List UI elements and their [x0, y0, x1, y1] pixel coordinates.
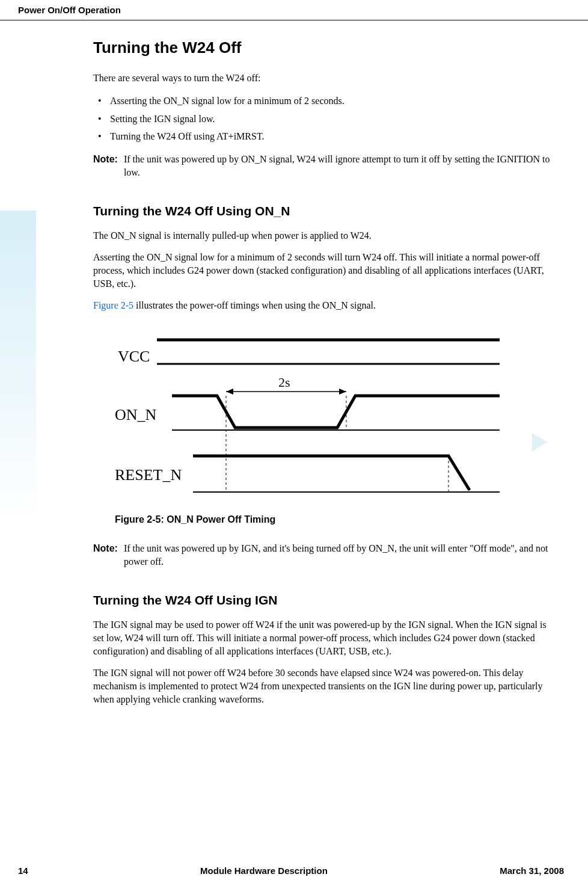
- para-ign-1: The IGN signal may be used to power off …: [93, 618, 552, 658]
- para-onn-1: The ON_N signal is internally pulled-up …: [93, 229, 552, 242]
- list-item: Setting the IGN signal low.: [110, 111, 552, 127]
- figure-timing-diagram: VCC ON_N 2s RESET_N Figure 2-5: ON_N: [115, 327, 552, 525]
- note-block: Note: If the unit was powered up by ON_N…: [93, 153, 552, 180]
- note-text: If the unit was powered up by IGN, and i…: [124, 542, 552, 569]
- para-intro: There are several ways to turn the W24 o…: [93, 72, 552, 85]
- heading-onn: Turning the W24 Off Using ON_N: [93, 204, 552, 218]
- duration-arrow-left: [226, 389, 233, 395]
- header-title: Power On/Off Operation: [18, 5, 121, 15]
- footer-date: March 31, 2008: [500, 866, 564, 876]
- onn-label: ON_N: [115, 406, 157, 423]
- para-onn-3: Figure 2-5 illustrates the power-off tim…: [93, 299, 552, 312]
- heading-turning-off: Turning the W24 Off: [93, 38, 552, 57]
- note-block-2: Note: If the unit was powered up by IGN,…: [93, 542, 552, 569]
- duration-arrow-right: [339, 389, 346, 395]
- heading-ign: Turning the W24 Off Using IGN: [93, 593, 552, 608]
- list-item: Turning the W24 Off using AT+iMRST.: [110, 129, 552, 144]
- doc-title: Module Hardware Description: [200, 866, 328, 876]
- para-onn-3-rest: illustrates the power-off timings when u…: [133, 300, 376, 310]
- reset-label: RESET_N: [115, 466, 182, 484]
- note-label: Note:: [93, 153, 118, 180]
- page-footer: 14 Module Hardware Description March 31,…: [0, 866, 588, 876]
- onn-trace-top: [172, 396, 500, 428]
- para-ign-2: The IGN signal will not power off W24 be…: [93, 666, 552, 706]
- note-label: Note:: [93, 542, 118, 569]
- para-onn-2: Asserting the ON_N signal low for a mini…: [93, 251, 552, 291]
- page-number: 14: [18, 866, 28, 876]
- page-header: Power On/Off Operation: [0, 0, 588, 20]
- page-content: Turning the W24 Off There are several wa…: [0, 38, 588, 706]
- note-text: If the unit was powered up by ON_N signa…: [124, 153, 552, 180]
- bullets-off-methods: Asserting the ON_N signal low for a mini…: [93, 93, 552, 144]
- figure-ref-link[interactable]: Figure 2-5: [93, 300, 133, 310]
- vcc-label: VCC: [118, 348, 150, 365]
- duration-label: 2s: [278, 375, 290, 390]
- reset-trace-top: [193, 456, 470, 490]
- figure-caption: Figure 2-5: ON_N Power Off Timing: [115, 514, 552, 525]
- list-item: Asserting the ON_N signal low for a mini…: [110, 93, 552, 109]
- timing-diagram-svg: VCC ON_N 2s RESET_N: [115, 327, 500, 501]
